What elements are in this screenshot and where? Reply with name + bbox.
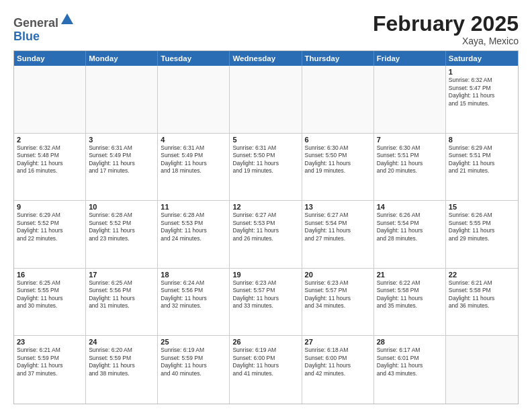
day-number: 5 (232, 136, 298, 144)
day-cell-6: 6Sunrise: 6:30 AM Sunset: 5:50 PM Daylig… (302, 134, 374, 201)
day-cell-15: 15Sunrise: 6:26 AM Sunset: 5:55 PM Dayli… (446, 201, 518, 268)
day-info: Sunrise: 6:21 AM Sunset: 5:59 PM Dayligh… (17, 347, 83, 377)
calendar: SundayMondayTuesdayWednesdayThursdayFrid… (13, 50, 519, 404)
day-cell-empty (446, 336, 518, 404)
day-number: 18 (161, 271, 226, 279)
title-block: February 2025 Xaya, Mexico (373, 12, 519, 46)
weekday-header-thursday: Thursday (302, 51, 374, 66)
day-number: 11 (161, 203, 226, 211)
day-cell-24: 24Sunrise: 6:20 AM Sunset: 5:59 PM Dayli… (86, 336, 158, 404)
day-info: Sunrise: 6:32 AM Sunset: 5:48 PM Dayligh… (17, 144, 83, 175)
calendar-week-3: 9Sunrise: 6:29 AM Sunset: 5:52 PM Daylig… (14, 201, 518, 269)
day-info: Sunrise: 6:25 AM Sunset: 5:55 PM Dayligh… (17, 279, 83, 310)
day-cell-18: 18Sunrise: 6:24 AM Sunset: 5:56 PM Dayli… (158, 269, 230, 336)
day-info: Sunrise: 6:31 AM Sunset: 5:49 PM Dayligh… (161, 144, 226, 175)
calendar-week-2: 2Sunrise: 6:32 AM Sunset: 5:48 PM Daylig… (14, 134, 518, 201)
day-number: 8 (449, 136, 515, 144)
day-cell-23: 23Sunrise: 6:21 AM Sunset: 5:59 PM Dayli… (14, 336, 86, 404)
day-cell-empty (158, 66, 230, 133)
day-info: Sunrise: 6:19 AM Sunset: 5:59 PM Dayligh… (161, 347, 226, 377)
day-cell-3: 3Sunrise: 6:31 AM Sunset: 5:49 PM Daylig… (86, 134, 158, 201)
day-cell-empty (302, 66, 374, 133)
day-info: Sunrise: 6:27 AM Sunset: 5:53 PM Dayligh… (232, 212, 298, 242)
day-number: 1 (449, 68, 515, 76)
day-cell-7: 7Sunrise: 6:30 AM Sunset: 5:51 PM Daylig… (374, 134, 446, 201)
calendar-week-1: 1Sunrise: 6:32 AM Sunset: 5:47 PM Daylig… (14, 66, 518, 134)
day-cell-2: 2Sunrise: 6:32 AM Sunset: 5:48 PM Daylig… (14, 134, 86, 201)
weekday-header-saturday: Saturday (446, 51, 518, 66)
day-info: Sunrise: 6:30 AM Sunset: 5:50 PM Dayligh… (305, 144, 371, 175)
day-number: 9 (17, 203, 83, 211)
day-info: Sunrise: 6:25 AM Sunset: 5:56 PM Dayligh… (89, 279, 154, 310)
day-cell-16: 16Sunrise: 6:25 AM Sunset: 5:55 PM Dayli… (14, 269, 86, 336)
day-info: Sunrise: 6:23 AM Sunset: 5:57 PM Dayligh… (305, 279, 371, 310)
day-info: Sunrise: 6:32 AM Sunset: 5:47 PM Dayligh… (449, 77, 515, 107)
day-number: 20 (305, 271, 371, 279)
day-cell-10: 10Sunrise: 6:28 AM Sunset: 5:52 PM Dayli… (86, 201, 158, 268)
logo-blue: Blue (13, 30, 40, 43)
day-number: 10 (89, 203, 154, 211)
day-cell-4: 4Sunrise: 6:31 AM Sunset: 5:49 PM Daylig… (158, 134, 230, 201)
weekday-header-monday: Monday (86, 51, 158, 66)
day-cell-8: 8Sunrise: 6:29 AM Sunset: 5:51 PM Daylig… (446, 134, 518, 201)
weekday-header-friday: Friday (374, 51, 446, 66)
day-number: 2 (17, 136, 83, 144)
day-info: Sunrise: 6:31 AM Sunset: 5:49 PM Dayligh… (89, 144, 154, 175)
day-info: Sunrise: 6:22 AM Sunset: 5:58 PM Dayligh… (377, 279, 443, 310)
day-number: 6 (305, 136, 371, 144)
day-number: 13 (305, 203, 371, 211)
day-number: 21 (377, 271, 443, 279)
day-number: 14 (377, 203, 443, 211)
svg-marker-0 (61, 13, 73, 24)
day-cell-22: 22Sunrise: 6:21 AM Sunset: 5:58 PM Dayli… (446, 269, 518, 336)
day-cell-14: 14Sunrise: 6:26 AM Sunset: 5:54 PM Dayli… (374, 201, 446, 268)
day-info: Sunrise: 6:26 AM Sunset: 5:55 PM Dayligh… (449, 212, 515, 242)
day-info: Sunrise: 6:29 AM Sunset: 5:52 PM Dayligh… (17, 212, 83, 242)
day-info: Sunrise: 6:20 AM Sunset: 5:59 PM Dayligh… (89, 347, 154, 377)
day-info: Sunrise: 6:28 AM Sunset: 5:53 PM Dayligh… (161, 212, 226, 242)
day-number: 27 (305, 338, 371, 346)
location: Xaya, Mexico (373, 36, 519, 46)
day-number: 4 (161, 136, 226, 144)
day-info: Sunrise: 6:28 AM Sunset: 5:52 PM Dayligh… (89, 212, 154, 242)
day-cell-empty (374, 66, 446, 133)
day-number: 19 (232, 271, 298, 279)
logo: General Blue (13, 12, 75, 44)
day-number: 24 (89, 338, 154, 346)
day-cell-26: 26Sunrise: 6:19 AM Sunset: 6:00 PM Dayli… (230, 336, 302, 404)
day-cell-27: 27Sunrise: 6:18 AM Sunset: 6:00 PM Dayli… (302, 336, 374, 404)
month-title: February 2025 (373, 12, 519, 36)
day-info: Sunrise: 6:23 AM Sunset: 5:57 PM Dayligh… (232, 279, 298, 310)
day-cell-19: 19Sunrise: 6:23 AM Sunset: 5:57 PM Dayli… (230, 269, 302, 336)
day-number: 17 (89, 271, 154, 279)
day-cell-13: 13Sunrise: 6:27 AM Sunset: 5:54 PM Dayli… (302, 201, 374, 268)
day-info: Sunrise: 6:24 AM Sunset: 5:56 PM Dayligh… (161, 279, 226, 310)
day-cell-25: 25Sunrise: 6:19 AM Sunset: 5:59 PM Dayli… (158, 336, 230, 404)
calendar-body: 1Sunrise: 6:32 AM Sunset: 5:47 PM Daylig… (14, 66, 518, 404)
day-cell-9: 9Sunrise: 6:29 AM Sunset: 5:52 PM Daylig… (14, 201, 86, 268)
day-number: 12 (232, 203, 298, 211)
calendar-week-4: 16Sunrise: 6:25 AM Sunset: 5:55 PM Dayli… (14, 269, 518, 336)
day-cell-empty (14, 66, 86, 133)
day-cell-28: 28Sunrise: 6:17 AM Sunset: 6:01 PM Dayli… (374, 336, 446, 404)
logo-general: General (13, 16, 58, 30)
calendar-week-5: 23Sunrise: 6:21 AM Sunset: 5:59 PM Dayli… (14, 336, 518, 404)
day-number: 15 (449, 203, 515, 211)
weekday-header-tuesday: Tuesday (158, 51, 230, 66)
day-info: Sunrise: 6:27 AM Sunset: 5:54 PM Dayligh… (305, 212, 371, 242)
day-number: 22 (449, 271, 515, 279)
logo-text: General Blue (13, 12, 75, 44)
day-info: Sunrise: 6:30 AM Sunset: 5:51 PM Dayligh… (377, 144, 443, 175)
day-info: Sunrise: 6:29 AM Sunset: 5:51 PM Dayligh… (449, 144, 515, 175)
day-number: 23 (17, 338, 83, 346)
day-info: Sunrise: 6:19 AM Sunset: 6:00 PM Dayligh… (232, 347, 298, 377)
day-cell-empty (230, 66, 302, 133)
day-cell-20: 20Sunrise: 6:23 AM Sunset: 5:57 PM Dayli… (302, 269, 374, 336)
calendar-header: SundayMondayTuesdayWednesdayThursdayFrid… (14, 51, 518, 66)
day-number: 26 (232, 338, 298, 346)
logo-icon (60, 12, 75, 27)
day-number: 25 (161, 338, 226, 346)
day-number: 3 (89, 136, 154, 144)
weekday-header-wednesday: Wednesday (230, 51, 302, 66)
page: General Blue February 2025 Xaya, Mexico … (0, 0, 532, 411)
